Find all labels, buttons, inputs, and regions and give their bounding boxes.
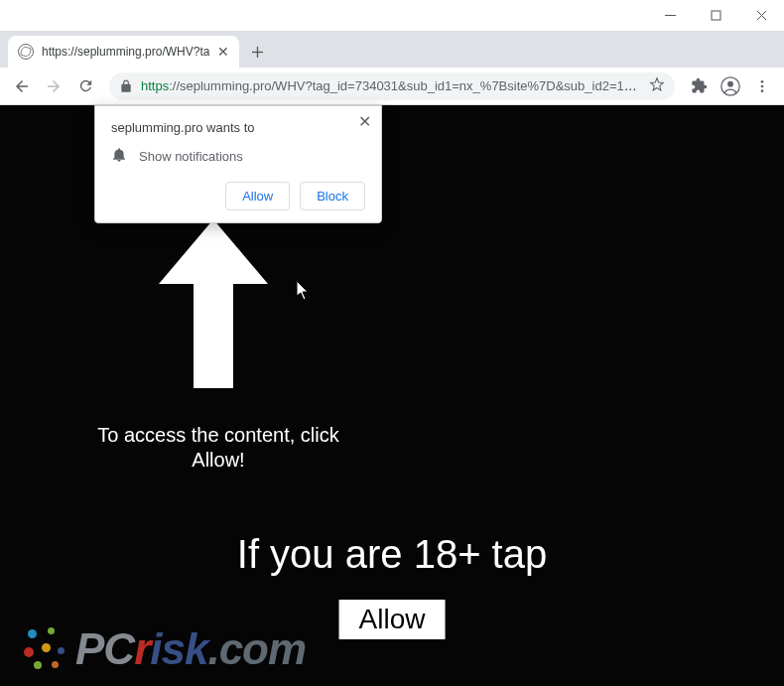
bookmark-star-icon[interactable] xyxy=(649,76,665,95)
new-tab-button[interactable] xyxy=(243,38,271,66)
url-scheme: https xyxy=(141,78,169,93)
url-path: ://seplumming.pro/WHV?tag_id=734031&sub_… xyxy=(169,78,641,93)
watermark-r: r xyxy=(134,624,150,673)
watermark-text: PCrisk.com xyxy=(75,624,306,674)
url-text: https://seplumming.pro/WHV?tag_id=734031… xyxy=(141,78,641,93)
dialog-close-button[interactable]: ✕ xyxy=(358,114,371,130)
window-titlebar xyxy=(0,0,784,32)
bell-icon xyxy=(111,147,127,166)
lock-icon xyxy=(119,79,133,93)
notification-permission-dialog: ✕ seplumming.pro wants to Show notificat… xyxy=(94,105,382,223)
permission-row: Show notifications xyxy=(111,147,365,166)
watermark-isk: isk xyxy=(150,624,207,673)
dialog-title: seplumming.pro wants to xyxy=(111,120,365,135)
browser-toolbar: https://seplumming.pro/WHV?tag_id=734031… xyxy=(0,68,784,105)
age-prompt-text: If you are 18+ tap xyxy=(0,532,784,577)
globe-icon xyxy=(18,44,34,60)
dialog-actions: Allow Block xyxy=(111,182,365,210)
nav-reload-button[interactable] xyxy=(71,72,99,100)
watermark-logo-icon xyxy=(22,625,69,673)
tab-title: https://seplumming.pro/WHV?ta xyxy=(42,45,209,59)
page-allow-button[interactable]: Allow xyxy=(339,600,446,639)
window-maximize-button[interactable] xyxy=(693,0,738,32)
svg-rect-1 xyxy=(712,11,720,20)
tab-strip: https://seplumming.pro/WHV?ta ✕ xyxy=(0,32,784,68)
block-button[interactable]: Block xyxy=(300,182,365,210)
watermark-dom: .com xyxy=(207,624,306,673)
kebab-menu-icon[interactable] xyxy=(748,72,776,100)
svg-point-10 xyxy=(761,89,764,92)
svg-point-9 xyxy=(761,84,764,87)
svg-point-7 xyxy=(727,80,733,86)
nav-forward-button[interactable] xyxy=(40,72,67,100)
access-prompt-text: To access the content, click Allow! xyxy=(79,423,357,473)
tab-close-button[interactable]: ✕ xyxy=(217,45,229,59)
extensions-icon[interactable] xyxy=(685,72,713,100)
svg-point-8 xyxy=(761,80,764,83)
arrow-up-icon xyxy=(149,214,278,393)
nav-back-button[interactable] xyxy=(8,72,36,100)
profile-avatar-icon[interactable] xyxy=(717,72,744,100)
tab-active[interactable]: https://seplumming.pro/WHV?ta ✕ xyxy=(8,36,239,68)
permission-label: Show notifications xyxy=(139,149,243,164)
allow-button[interactable]: Allow xyxy=(225,182,290,210)
window-close-button[interactable] xyxy=(738,0,784,32)
watermark-pc: PC xyxy=(75,624,134,673)
window-minimize-button[interactable] xyxy=(647,0,693,32)
watermark: PCrisk.com xyxy=(22,624,306,674)
mouse-cursor-icon xyxy=(297,281,311,301)
address-bar[interactable]: https://seplumming.pro/WHV?tag_id=734031… xyxy=(109,72,675,100)
